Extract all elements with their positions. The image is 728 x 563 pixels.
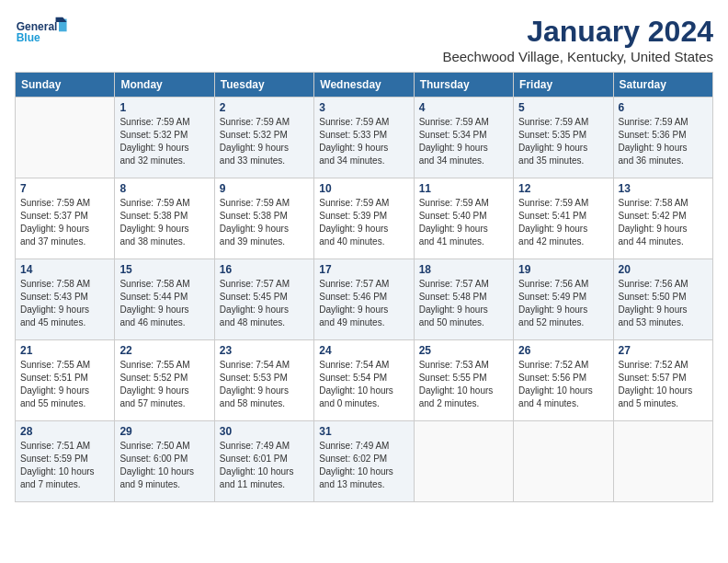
day-header-sunday: Sunday (16, 73, 115, 98)
day-info: Sunrise: 7:55 AMSunset: 5:52 PMDaylight:… (119, 359, 209, 410)
calendar-cell: 31Sunrise: 7:49 AMSunset: 6:02 PMDayligh… (314, 421, 414, 502)
month-title: January 2024 (442, 15, 713, 49)
page-header: General Blue January 2024 Beechwood Vill… (15, 15, 713, 64)
day-header-monday: Monday (115, 73, 214, 98)
day-number: 22 (119, 344, 209, 357)
day-info: Sunrise: 7:58 AMSunset: 5:43 PMDaylight:… (20, 278, 109, 329)
logo: General Blue (15, 15, 70, 55)
day-number: 6 (619, 101, 708, 114)
day-info: Sunrise: 7:49 AMSunset: 6:01 PMDaylight:… (220, 440, 309, 491)
day-header-saturday: Saturday (613, 73, 712, 98)
day-info: Sunrise: 7:58 AMSunset: 5:42 PMDaylight:… (619, 197, 708, 248)
day-info: Sunrise: 7:59 AMSunset: 5:37 PMDaylight:… (20, 197, 109, 248)
day-info: Sunrise: 7:56 AMSunset: 5:49 PMDaylight:… (518, 278, 608, 329)
day-number: 4 (419, 101, 508, 114)
day-info: Sunrise: 7:50 AMSunset: 6:00 PMDaylight:… (119, 440, 209, 491)
calendar-cell: 16Sunrise: 7:57 AMSunset: 5:45 PMDayligh… (214, 259, 313, 340)
calendar-cell: 30Sunrise: 7:49 AMSunset: 6:01 PMDayligh… (214, 421, 313, 502)
calendar-week-4: 21Sunrise: 7:55 AMSunset: 5:51 PMDayligh… (16, 340, 713, 421)
calendar-cell: 14Sunrise: 7:58 AMSunset: 5:43 PMDayligh… (16, 259, 115, 340)
day-info: Sunrise: 7:57 AMSunset: 5:45 PMDaylight:… (220, 278, 309, 329)
day-number: 1 (119, 101, 209, 114)
day-number: 9 (220, 182, 309, 195)
logo-svg: General Blue (15, 15, 70, 52)
day-info: Sunrise: 7:59 AMSunset: 5:41 PMDaylight:… (518, 197, 608, 248)
day-number: 31 (319, 425, 408, 438)
day-number: 7 (20, 182, 109, 195)
calendar-cell: 2Sunrise: 7:59 AMSunset: 5:32 PMDaylight… (214, 98, 313, 178)
calendar-table: SundayMondayTuesdayWednesdayThursdayFrid… (15, 72, 713, 502)
day-number: 10 (319, 182, 408, 195)
calendar-cell: 10Sunrise: 7:59 AMSunset: 5:39 PMDayligh… (314, 178, 414, 259)
day-info: Sunrise: 7:55 AMSunset: 5:51 PMDaylight:… (20, 359, 109, 410)
day-info: Sunrise: 7:59 AMSunset: 5:32 PMDaylight:… (119, 116, 209, 167)
day-number: 23 (220, 344, 309, 357)
day-number: 2 (220, 101, 309, 114)
calendar-cell: 12Sunrise: 7:59 AMSunset: 5:41 PMDayligh… (514, 178, 613, 259)
day-number: 11 (419, 182, 508, 195)
day-info: Sunrise: 7:59 AMSunset: 5:39 PMDaylight:… (319, 197, 408, 248)
day-number: 18 (419, 263, 508, 276)
day-info: Sunrise: 7:54 AMSunset: 5:54 PMDaylight:… (319, 359, 408, 410)
day-info: Sunrise: 7:52 AMSunset: 5:57 PMDaylight:… (619, 359, 708, 410)
day-number: 21 (20, 344, 109, 357)
day-header-thursday: Thursday (414, 73, 513, 98)
calendar-cell: 23Sunrise: 7:54 AMSunset: 5:53 PMDayligh… (214, 340, 313, 421)
calendar-cell: 19Sunrise: 7:56 AMSunset: 5:49 PMDayligh… (514, 259, 613, 340)
calendar-cell: 20Sunrise: 7:56 AMSunset: 5:50 PMDayligh… (613, 259, 712, 340)
day-number: 12 (518, 182, 608, 195)
calendar-cell: 18Sunrise: 7:57 AMSunset: 5:48 PMDayligh… (414, 259, 513, 340)
day-info: Sunrise: 7:57 AMSunset: 5:46 PMDaylight:… (319, 278, 408, 329)
day-header-tuesday: Tuesday (214, 73, 313, 98)
day-info: Sunrise: 7:59 AMSunset: 5:35 PMDaylight:… (518, 116, 608, 167)
day-number: 3 (319, 101, 408, 114)
calendar-cell: 26Sunrise: 7:52 AMSunset: 5:56 PMDayligh… (514, 340, 613, 421)
day-info: Sunrise: 7:57 AMSunset: 5:48 PMDaylight:… (419, 278, 508, 329)
day-number: 30 (220, 425, 309, 438)
calendar-week-5: 28Sunrise: 7:51 AMSunset: 5:59 PMDayligh… (16, 421, 713, 502)
day-number: 16 (220, 263, 309, 276)
location-subtitle: Beechwood Village, Kentucky, United Stat… (442, 49, 713, 64)
calendar-cell: 3Sunrise: 7:59 AMSunset: 5:33 PMDaylight… (314, 98, 414, 178)
calendar-cell: 27Sunrise: 7:52 AMSunset: 5:57 PMDayligh… (613, 340, 712, 421)
calendar-cell: 5Sunrise: 7:59 AMSunset: 5:35 PMDaylight… (514, 98, 613, 178)
calendar-cell: 7Sunrise: 7:59 AMSunset: 5:37 PMDaylight… (16, 178, 115, 259)
day-number: 15 (119, 263, 209, 276)
day-info: Sunrise: 7:59 AMSunset: 5:38 PMDaylight:… (119, 197, 209, 248)
calendar-cell (414, 421, 513, 502)
calendar-week-3: 14Sunrise: 7:58 AMSunset: 5:43 PMDayligh… (16, 259, 713, 340)
calendar-cell: 24Sunrise: 7:54 AMSunset: 5:54 PMDayligh… (314, 340, 414, 421)
day-info: Sunrise: 7:59 AMSunset: 5:34 PMDaylight:… (419, 116, 508, 167)
calendar-cell: 25Sunrise: 7:53 AMSunset: 5:55 PMDayligh… (414, 340, 513, 421)
calendar-header-row: SundayMondayTuesdayWednesdayThursdayFrid… (16, 73, 713, 98)
calendar-cell: 11Sunrise: 7:59 AMSunset: 5:40 PMDayligh… (414, 178, 513, 259)
day-number: 29 (119, 425, 209, 438)
calendar-cell: 15Sunrise: 7:58 AMSunset: 5:44 PMDayligh… (115, 259, 214, 340)
calendar-cell: 29Sunrise: 7:50 AMSunset: 6:00 PMDayligh… (115, 421, 214, 502)
day-info: Sunrise: 7:59 AMSunset: 5:33 PMDaylight:… (319, 116, 408, 167)
day-info: Sunrise: 7:58 AMSunset: 5:44 PMDaylight:… (119, 278, 209, 329)
day-number: 19 (518, 263, 608, 276)
svg-text:General: General (17, 20, 58, 33)
day-info: Sunrise: 7:59 AMSunset: 5:40 PMDaylight:… (419, 197, 508, 248)
calendar-cell: 28Sunrise: 7:51 AMSunset: 5:59 PMDayligh… (16, 421, 115, 502)
day-number: 17 (319, 263, 408, 276)
calendar-cell: 4Sunrise: 7:59 AMSunset: 5:34 PMDaylight… (414, 98, 513, 178)
day-number: 25 (419, 344, 508, 357)
svg-text:Blue: Blue (17, 31, 40, 44)
day-number: 8 (119, 182, 209, 195)
calendar-cell: 8Sunrise: 7:59 AMSunset: 5:38 PMDaylight… (115, 178, 214, 259)
day-info: Sunrise: 7:59 AMSunset: 5:38 PMDaylight:… (220, 197, 309, 248)
day-number: 14 (20, 263, 109, 276)
day-info: Sunrise: 7:56 AMSunset: 5:50 PMDaylight:… (619, 278, 708, 329)
day-number: 28 (20, 425, 109, 438)
calendar-cell (514, 421, 613, 502)
calendar-cell: 21Sunrise: 7:55 AMSunset: 5:51 PMDayligh… (16, 340, 115, 421)
day-header-friday: Friday (514, 73, 613, 98)
calendar-cell: 6Sunrise: 7:59 AMSunset: 5:36 PMDaylight… (613, 98, 712, 178)
calendar-cell: 1Sunrise: 7:59 AMSunset: 5:32 PMDaylight… (115, 98, 214, 178)
calendar-cell (613, 421, 712, 502)
day-info: Sunrise: 7:59 AMSunset: 5:36 PMDaylight:… (619, 116, 708, 167)
day-info: Sunrise: 7:51 AMSunset: 5:59 PMDaylight:… (20, 440, 109, 491)
day-info: Sunrise: 7:54 AMSunset: 5:53 PMDaylight:… (220, 359, 309, 410)
